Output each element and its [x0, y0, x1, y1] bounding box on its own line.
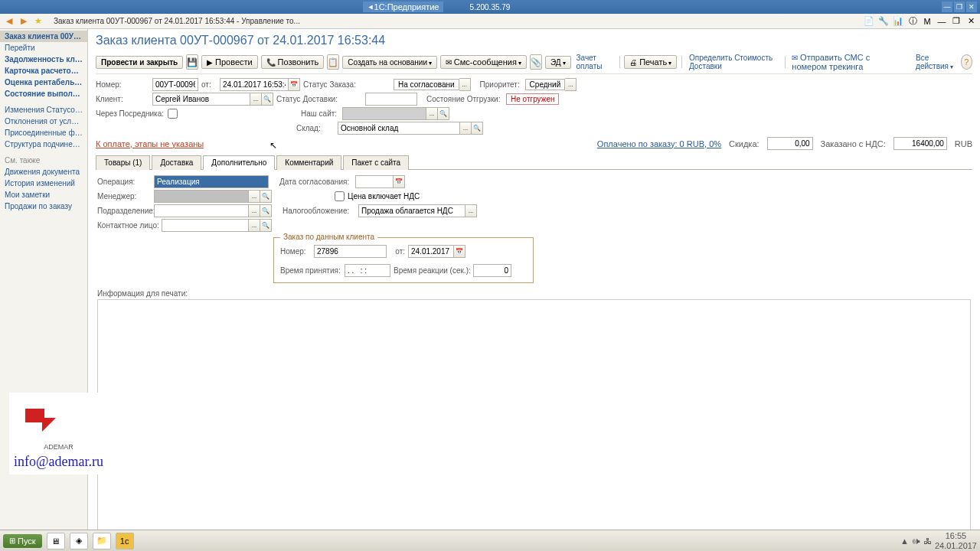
- payment-link[interactable]: К оплате, этапы не указаны: [96, 139, 204, 148]
- date-input[interactable]: [220, 78, 289, 91]
- minimize-icon[interactable]: —: [942, 2, 952, 12]
- tool-icon-5[interactable]: M: [921, 15, 933, 28]
- host-minimize-icon[interactable]: —: [936, 15, 948, 28]
- sidebar-active[interactable]: Заказ клиента 00УТ-...: [0, 31, 87, 42]
- print-button[interactable]: 🖨 Печать: [624, 55, 677, 69]
- search-icon[interactable]: 🔍: [472, 122, 483, 135]
- taskbar-icon-1[interactable]: 🖥: [47, 533, 65, 549]
- agree-date-input[interactable]: [355, 175, 394, 188]
- dots-icon[interactable]: ...: [249, 219, 260, 232]
- create-based-button[interactable]: Создать на основании: [342, 56, 437, 69]
- site-input[interactable]: [342, 107, 426, 120]
- host-close-icon[interactable]: ✕: [965, 15, 977, 28]
- calendar-icon[interactable]: 📅: [394, 175, 405, 188]
- search-icon[interactable]: 🔍: [260, 204, 272, 217]
- paid-link[interactable]: Оплачено по заказу: 0 RUB, 0%: [597, 139, 721, 148]
- taskbar-icon-3[interactable]: 📁: [93, 533, 111, 549]
- all-actions-button[interactable]: Все действия: [913, 54, 957, 70]
- intermediary-checkbox[interactable]: [168, 109, 178, 119]
- send-sms-link[interactable]: ✉ Отправить СМС с номером трекинга: [789, 53, 907, 71]
- sidebar-item[interactable]: Продажи по заказу: [0, 201, 87, 212]
- discount-input[interactable]: [767, 137, 813, 150]
- save-icon[interactable]: 💾: [186, 54, 198, 70]
- total-input[interactable]: [893, 137, 947, 150]
- tray-icon[interactable]: 🖧: [923, 536, 932, 546]
- tab-goods[interactable]: Товары (1): [96, 155, 150, 170]
- sidebar-item[interactable]: Движения документа: [0, 166, 87, 178]
- operation-input[interactable]: [154, 175, 269, 188]
- client-input[interactable]: [152, 93, 250, 106]
- dots-icon[interactable]: ...: [249, 204, 260, 217]
- react-input[interactable]: [473, 264, 511, 277]
- tax-input[interactable]: [358, 204, 466, 217]
- dots-icon[interactable]: ...: [249, 190, 260, 203]
- attach-icon[interactable]: 📎: [530, 54, 542, 70]
- client-num-input[interactable]: [314, 245, 387, 258]
- tool-icon-3[interactable]: 📊: [892, 15, 904, 28]
- back-icon[interactable]: ◀: [3, 15, 15, 28]
- doc-icon[interactable]: 📋: [327, 54, 339, 70]
- dots-icon[interactable]: ...: [459, 78, 471, 91]
- accept-time-input[interactable]: [345, 264, 390, 277]
- sidebar-item[interactable]: Оценка рентабельнос...: [0, 77, 87, 88]
- sidebar-item[interactable]: Задолженность клие...: [0, 54, 87, 65]
- search-icon[interactable]: 🔍: [262, 93, 273, 106]
- sidebar-item[interactable]: Отклонения от условий пр...: [0, 116, 87, 127]
- warehouse-input[interactable]: [338, 122, 460, 135]
- status-delivery-input[interactable]: [365, 93, 417, 106]
- taskbar-icon-1c[interactable]: 1c: [116, 533, 134, 549]
- tab-delivery[interactable]: Доставка: [152, 155, 201, 170]
- number-input[interactable]: [152, 78, 198, 91]
- taskbar-icon-2[interactable]: ◈: [70, 533, 88, 549]
- contact-input[interactable]: [162, 219, 249, 232]
- dots-icon[interactable]: ...: [250, 93, 262, 106]
- sidebar-item[interactable]: Изменения Статусов Дос...: [0, 104, 87, 116]
- search-icon[interactable]: 🔍: [260, 219, 272, 232]
- dots-icon[interactable]: ...: [565, 78, 577, 91]
- manager-input[interactable]: [154, 190, 249, 203]
- ed-button[interactable]: ЭД: [545, 56, 571, 69]
- call-button[interactable]: 📞 Позвонить: [261, 55, 325, 69]
- forward-icon[interactable]: ▶: [18, 15, 30, 28]
- print-info-area[interactable]: [97, 299, 971, 536]
- tab-site-package[interactable]: Пакет с сайта: [343, 155, 409, 170]
- calendar-icon[interactable]: 📅: [289, 78, 300, 91]
- dots-icon[interactable]: ...: [426, 107, 438, 120]
- vat-checkbox[interactable]: [335, 191, 345, 201]
- sms-button[interactable]: ✉ Смс-сообщения: [440, 55, 527, 69]
- sidebar-item[interactable]: Мои заметки: [0, 189, 87, 201]
- search-icon[interactable]: 🔍: [438, 107, 449, 120]
- agreement-status[interactable]: На согласовани: [394, 79, 459, 90]
- priority-value[interactable]: Средний: [525, 79, 566, 90]
- tool-icon-2[interactable]: 🔧: [877, 15, 890, 28]
- sidebar-item[interactable]: Присоединенные файлы: [0, 127, 87, 139]
- tab-comment[interactable]: Комментарий: [276, 155, 341, 170]
- help-icon[interactable]: ?: [961, 54, 972, 70]
- sidebar-item[interactable]: Перейти: [0, 42, 87, 54]
- client-date-input[interactable]: [408, 245, 454, 258]
- post-and-close-button[interactable]: Провести и закрыть: [96, 56, 183, 69]
- tool-icon-1[interactable]: 📄: [863, 15, 875, 28]
- calendar-icon[interactable]: 📅: [454, 245, 466, 258]
- offset-link[interactable]: Зачет оплаты: [574, 54, 615, 70]
- sidebar-item[interactable]: Состояние выполнения: [0, 88, 87, 99]
- sidebar-item[interactable]: Структура подчиненности: [0, 139, 87, 150]
- search-icon[interactable]: 🔍: [260, 190, 272, 203]
- host-maximize-icon[interactable]: ❐: [950, 15, 962, 28]
- sidebar-item[interactable]: Карточка расчетов с ...: [0, 65, 87, 77]
- maximize-icon[interactable]: ❐: [954, 2, 965, 12]
- start-button[interactable]: ⊞ Пуск: [3, 534, 42, 548]
- post-button[interactable]: ▶ Провести: [201, 55, 257, 69]
- dots-icon[interactable]: ...: [460, 122, 472, 135]
- dots-icon[interactable]: ...: [466, 204, 477, 217]
- dept-input[interactable]: [154, 204, 249, 217]
- close-icon[interactable]: ✕: [966, 2, 977, 12]
- clock[interactable]: 16:5524.01.2017: [935, 531, 977, 549]
- calc-delivery-link[interactable]: Определить Стоимость Доставки: [687, 54, 780, 70]
- star-icon[interactable]: ★: [32, 15, 44, 28]
- tab-extra[interactable]: Дополнительно: [203, 155, 275, 170]
- tray-icon[interactable]: ▲: [900, 536, 909, 546]
- tray-icon[interactable]: 🕪: [912, 536, 920, 546]
- tool-icon-4[interactable]: ⓘ: [906, 15, 919, 28]
- sidebar-item[interactable]: История изменений: [0, 178, 87, 189]
